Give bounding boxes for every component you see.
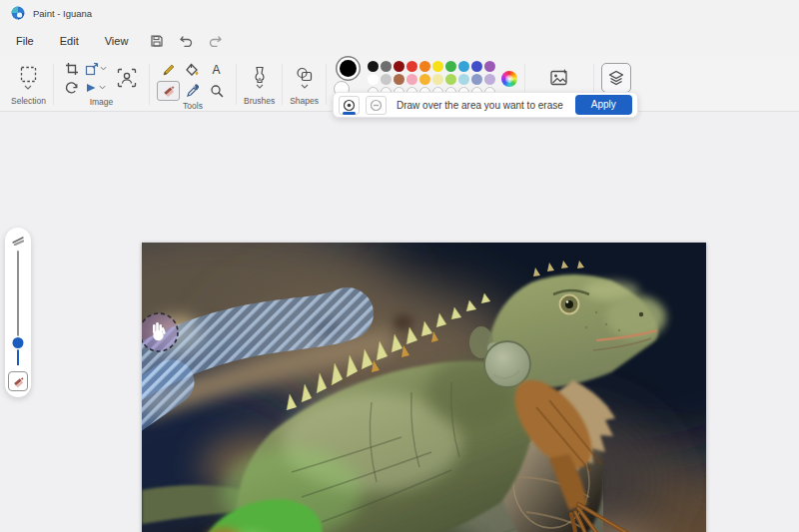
fill-icon bbox=[185, 63, 200, 77]
resize-icon bbox=[85, 62, 99, 76]
chevron-down-icon bbox=[100, 66, 107, 71]
size-slider[interactable] bbox=[13, 251, 24, 365]
chevron-down-icon bbox=[99, 85, 106, 90]
layers-icon bbox=[607, 69, 625, 87]
magnifier-icon bbox=[210, 84, 224, 98]
image-creator-icon bbox=[549, 68, 569, 88]
palette-color-swatch[interactable] bbox=[432, 74, 443, 85]
undo-button[interactable] bbox=[173, 30, 199, 52]
erase-instruction-text: Draw over the area you want to erase bbox=[393, 100, 569, 111]
text-button[interactable]: A bbox=[205, 60, 228, 80]
save-icon bbox=[150, 34, 164, 48]
image-group-label: Image bbox=[90, 97, 114, 110]
menu-edit[interactable]: Edit bbox=[47, 30, 92, 52]
toolbar-group-selection: Selection bbox=[6, 58, 51, 111]
crop-icon bbox=[65, 62, 79, 76]
palette-color-swatch[interactable] bbox=[406, 74, 417, 85]
toolbar-divider bbox=[149, 64, 150, 105]
crop-button[interactable] bbox=[60, 59, 83, 79]
pencil-icon bbox=[162, 63, 176, 77]
palette-color-swatch[interactable] bbox=[458, 74, 469, 85]
palette-color-swatch[interactable] bbox=[406, 61, 417, 72]
chevron-down-icon bbox=[301, 84, 309, 89]
palette-color-swatch[interactable] bbox=[419, 61, 430, 72]
shapes-group-label: Shapes bbox=[290, 96, 319, 109]
image-creator-button[interactable] bbox=[549, 59, 569, 96]
canvas-image-iguana[interactable] bbox=[142, 243, 706, 532]
subtract-area-button[interactable] bbox=[366, 96, 387, 115]
brushes-button[interactable] bbox=[252, 59, 268, 96]
shapes-button[interactable] bbox=[296, 59, 314, 96]
palette-color-swatch[interactable] bbox=[419, 74, 430, 85]
palette-color-swatch[interactable] bbox=[458, 61, 469, 72]
selection-button[interactable] bbox=[19, 59, 38, 96]
magic-eraser-icon bbox=[162, 84, 176, 98]
resize-button[interactable] bbox=[84, 59, 107, 79]
add-area-button[interactable] bbox=[339, 96, 360, 115]
window-title: Paint - Iguana bbox=[33, 8, 92, 19]
menubar: File Edit View bbox=[0, 26, 799, 55]
apply-button[interactable]: Apply bbox=[575, 95, 632, 115]
toolbar-group-image: Image bbox=[56, 58, 147, 111]
toolbar-divider bbox=[326, 64, 327, 105]
eraser-size-panel bbox=[5, 228, 31, 397]
rotate-button[interactable] bbox=[60, 78, 83, 98]
palette-color-swatch[interactable] bbox=[381, 61, 392, 72]
size-slider-thumb[interactable] bbox=[13, 337, 24, 348]
palette-color-swatch[interactable] bbox=[394, 74, 404, 85]
magnifier-button[interactable] bbox=[205, 81, 228, 101]
canvas-background: Draw over the area you want to erase App… bbox=[0, 112, 799, 532]
chevron-down-icon bbox=[24, 85, 32, 90]
toolbar-divider bbox=[53, 64, 54, 105]
palette-color-swatch[interactable] bbox=[471, 61, 482, 72]
palette-color-swatch[interactable] bbox=[484, 74, 495, 85]
palette-color-swatch[interactable] bbox=[484, 61, 495, 72]
color-wheel-icon[interactable] bbox=[501, 71, 517, 87]
chevron-down-icon bbox=[256, 84, 264, 89]
magic-eraser-tool-button[interactable] bbox=[8, 371, 28, 391]
toolbar-divider bbox=[282, 64, 283, 105]
pencil-button[interactable] bbox=[157, 60, 180, 80]
toolbar-group-tools: A bbox=[152, 58, 234, 111]
svg-text:A: A bbox=[213, 63, 221, 76]
palette-color-swatch[interactable] bbox=[394, 61, 404, 72]
fill-button[interactable] bbox=[181, 60, 204, 80]
undo-icon bbox=[179, 34, 194, 47]
palette-color-swatch[interactable] bbox=[432, 61, 443, 72]
paint-app-icon bbox=[11, 6, 25, 20]
rectangular-selection-icon bbox=[19, 65, 38, 84]
toolbar-group-shapes: Shapes bbox=[285, 58, 324, 111]
palette-color-swatch[interactable] bbox=[445, 61, 456, 72]
magic-eraser-icon bbox=[12, 375, 25, 388]
palette-color-swatch[interactable] bbox=[445, 74, 456, 85]
size-icon bbox=[12, 236, 24, 246]
toolbar-divider bbox=[236, 64, 237, 105]
flip-button[interactable] bbox=[84, 78, 107, 98]
text-icon: A bbox=[210, 63, 223, 76]
erase-options-bar: Draw over the area you want to erase App… bbox=[333, 92, 638, 118]
selection-group-label: Selection bbox=[11, 96, 46, 109]
toolbar-group-brushes: Brushes bbox=[239, 58, 280, 111]
brushes-group-label: Brushes bbox=[244, 96, 275, 109]
palette-color-swatch[interactable] bbox=[471, 74, 482, 85]
rotate-icon bbox=[65, 81, 79, 95]
flip-icon bbox=[85, 82, 98, 94]
color1-swatch[interactable] bbox=[340, 60, 357, 77]
redo-button[interactable] bbox=[202, 30, 228, 52]
eraser-button[interactable] bbox=[157, 81, 180, 101]
save-button[interactable] bbox=[144, 30, 170, 52]
remove-background-button[interactable] bbox=[112, 59, 142, 97]
menu-file[interactable]: File bbox=[3, 30, 47, 52]
add-area-icon bbox=[343, 99, 356, 112]
palette-color-swatch[interactable] bbox=[381, 74, 392, 85]
subtract-area-icon bbox=[370, 99, 383, 112]
palette-color-swatch[interactable] bbox=[368, 61, 379, 72]
redo-icon bbox=[208, 34, 223, 47]
menu-view[interactable]: View bbox=[92, 30, 142, 52]
color-picker-button[interactable] bbox=[181, 81, 204, 101]
remove-background-icon bbox=[117, 68, 137, 88]
titlebar: Paint - Iguana bbox=[0, 0, 799, 26]
shapes-icon bbox=[296, 67, 314, 83]
palette-color-swatch[interactable] bbox=[368, 74, 379, 85]
layers-button[interactable] bbox=[601, 63, 631, 93]
